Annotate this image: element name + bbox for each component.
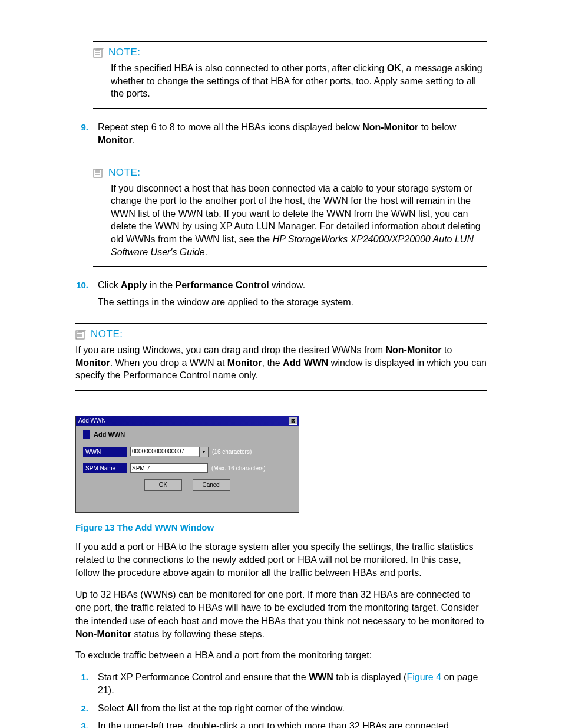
text: . <box>205 247 207 257</box>
spm-label: SPM Name <box>83 463 127 473</box>
paragraph: If you add a port or HBA to the storage … <box>75 541 487 580</box>
dropdown-icon[interactable]: ▼ <box>199 447 209 457</box>
text: in the <box>147 280 176 290</box>
figure-4-link[interactable]: Figure 4 <box>406 672 441 682</box>
wwn-input[interactable] <box>130 447 200 456</box>
list-number: 10. <box>75 279 88 309</box>
text: If the specified HBA is also connected t… <box>111 63 387 73</box>
spm-row: SPM Name (Max. 16 characters) <box>83 463 292 473</box>
text-bold: Add WWN <box>283 358 328 368</box>
text: In the upper-left tree, double-click a p… <box>98 721 451 728</box>
wwn-row: WWN ▼ (16 characters) <box>83 447 292 457</box>
close-icon[interactable]: ⊠ <box>289 417 297 425</box>
square-icon <box>83 430 90 439</box>
text-bold: Monitor <box>75 358 110 368</box>
wwn-hint: (16 characters) <box>212 449 252 455</box>
text: to below <box>418 122 456 132</box>
text-bold: Non-Monitor <box>385 345 441 355</box>
list-number: 3. <box>75 720 88 728</box>
text-bold: WWN <box>309 672 333 682</box>
svg-rect-8 <box>76 331 84 339</box>
text-bold: All <box>127 703 138 713</box>
text: , the <box>262 358 283 368</box>
list-item: 3. In the upper-left tree, double-click … <box>75 720 487 728</box>
text-bold: Performance Control <box>176 280 269 290</box>
spm-hint: (Max. 16 characters) <box>211 465 266 472</box>
add-wwn-dialog: Add WWN ⊠ Add WWN WWN ▼ (16 characters) <box>75 416 299 513</box>
note-label: NOTE: <box>91 328 123 340</box>
text: Select <box>98 703 127 713</box>
text: . When you drop a WWN at <box>110 358 227 368</box>
svg-rect-4 <box>94 169 102 177</box>
note-block: NOTE: If you are using Windows, you can … <box>75 323 487 391</box>
cancel-button[interactable]: Cancel <box>193 479 230 491</box>
pencil-note-icon <box>93 167 105 178</box>
text: Click <box>98 280 121 290</box>
list-item: 1. Start XP Performance Control and ensu… <box>75 671 487 697</box>
list-number: 2. <box>75 702 88 715</box>
figure-caption: Figure 13 The Add WWN Window <box>75 522 487 532</box>
paragraph: Up to 32 HBAs (WWNs) can be monitored fo… <box>75 588 487 641</box>
list-item: 9. Repeat step 6 to 8 to move all the HB… <box>75 121 487 147</box>
text: to <box>442 345 452 355</box>
text-bold: Apply <box>121 280 147 290</box>
pencil-note-icon <box>75 329 87 340</box>
dialog-heading: Add WWN <box>83 430 292 439</box>
note-label: NOTE: <box>108 47 140 58</box>
note-block: NOTE: If you disconnect a host that has … <box>93 162 487 268</box>
wwn-label: WWN <box>83 447 127 457</box>
text: from the list at the top right corner of… <box>138 703 345 713</box>
list-number: 1. <box>75 671 88 697</box>
list-item: 2. Select All from the list at the top r… <box>75 702 487 715</box>
spm-name-input[interactable] <box>130 463 208 473</box>
text: tab is displayed ( <box>333 672 407 682</box>
text: window. <box>269 280 305 290</box>
list-item: 10. Click Apply in the Performance Contr… <box>75 279 487 309</box>
text: Up to 32 HBAs (WWNs) can be monitored fo… <box>75 589 484 626</box>
dialog-title: Add WWN <box>78 417 106 424</box>
text: The settings in the window are applied t… <box>98 296 487 309</box>
text: Repeat step 6 to 8 to move all the HBAs … <box>98 122 362 132</box>
text: If you add a port or HBA to the storage … <box>75 542 474 578</box>
text: status by following these steps. <box>131 629 265 639</box>
text-bold: OK <box>387 63 401 73</box>
text-bold: Non-Monitor <box>75 629 131 639</box>
note-block: NOTE: If the specified HBA is also conne… <box>93 41 487 109</box>
pencil-note-icon <box>93 47 105 58</box>
note-body: If the specified HBA is also connected t… <box>111 62 487 100</box>
text: Start XP Performance Control and ensure … <box>98 672 309 682</box>
list-number: 9. <box>75 121 88 147</box>
text-bold: Monitor <box>98 135 133 145</box>
paragraph: To exclude traffic between a HBA and a p… <box>75 649 487 662</box>
svg-rect-0 <box>94 49 102 57</box>
text: To exclude traffic between a HBA and a p… <box>75 650 372 660</box>
text-bold: Non-Monitor <box>362 122 418 132</box>
ok-button[interactable]: OK <box>144 479 182 491</box>
heading-text: Add WWN <box>94 431 125 438</box>
note-body: If you are using Windows, you can drag a… <box>75 344 487 382</box>
dialog-titlebar: Add WWN ⊠ <box>76 416 299 426</box>
text: If you are using Windows, you can drag a… <box>75 345 385 355</box>
text-bold: Monitor <box>227 358 262 368</box>
note-body: If you disconnect a host that has been c… <box>111 182 487 259</box>
text: . <box>133 135 135 145</box>
note-label: NOTE: <box>108 167 140 179</box>
